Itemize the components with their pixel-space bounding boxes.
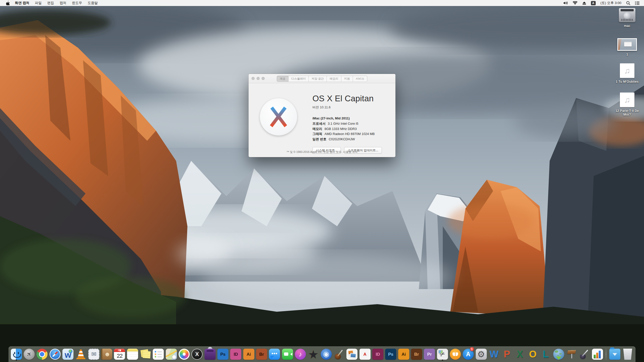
x-viewer-glyph: X — [195, 351, 199, 357]
dock-item-photoshop-cs6[interactable]: Ps — [217, 348, 228, 361]
dock-item-acrobat[interactable]: A — [359, 348, 371, 361]
audio-file-icon[interactable]: ♫ — [620, 63, 634, 78]
dock-item-itunes[interactable]: ♪ — [295, 348, 306, 361]
illustrator-cs5-icon: Ai — [398, 349, 409, 360]
dock-item-maps[interactable] — [166, 348, 177, 361]
dock-item-launchpad[interactable]: ✈ — [23, 348, 35, 361]
dock-item-excel[interactable]: X — [514, 348, 526, 361]
site-downloader-icon — [553, 349, 564, 360]
dock-item-finder[interactable] — [11, 348, 22, 361]
hard-drive-icon[interactable] — [619, 8, 635, 22]
dock-item-stickies[interactable] — [140, 348, 151, 361]
menu-화면 캡처[interactable]: 화면 캡처 — [12, 0, 32, 6]
dock-item-facetime[interactable] — [282, 348, 293, 361]
menu-윈도우[interactable]: 윈도우 — [69, 0, 85, 6]
dock-item-illustrator-cs6[interactable]: Ai — [243, 348, 254, 361]
dock-item-x-viewer[interactable]: X — [191, 348, 203, 361]
eject-icon[interactable] — [580, 0, 588, 6]
calendar-day: 22 — [114, 352, 125, 360]
dock-item-word[interactable]: W — [488, 348, 500, 361]
audio-file-icon[interactable]: ♫ — [620, 93, 634, 107]
indesign-cs6-icon: ID — [230, 349, 241, 360]
imovie-icon: ★ — [308, 349, 319, 360]
powerpoint-icon: P — [501, 349, 512, 360]
dock-item-app-store[interactable]: A1 — [463, 348, 474, 361]
dock-item-illustrator-cs5[interactable]: Ai — [398, 348, 409, 361]
dock-item-grab-screen-capture[interactable]: ✂ — [437, 348, 448, 361]
tab-메모리[interactable]: 메모리 — [327, 76, 341, 82]
tab-서비스[interactable]: 서비스 — [353, 76, 367, 82]
dock-item-indesign-cs6[interactable]: ID — [230, 348, 242, 361]
outlook-glyph: O — [529, 349, 537, 359]
dock-item-notes[interactable] — [127, 348, 138, 361]
dock-item-premiere[interactable]: Pr — [424, 348, 435, 361]
dock-item-chrome[interactable] — [36, 348, 48, 361]
grab-screen-capture-icon: ✂ — [437, 349, 448, 360]
dock-item-indesign-cs5[interactable]: ID — [372, 348, 383, 361]
about-this-mac-window[interactable]: 개요디스플레이저장 공간메모리지원서비스 OS X El Capitan — [249, 74, 395, 157]
menu-캡처[interactable]: 캡처 — [57, 0, 69, 6]
dock-item-photos[interactable] — [178, 348, 190, 361]
dock-separator — [606, 348, 606, 360]
dock-item-garageband[interactable] — [333, 348, 345, 361]
apple-menu[interactable] — [3, 0, 12, 6]
notification-center-icon[interactable] — [633, 0, 641, 6]
menu-도움말[interactable]: 도움말 — [85, 0, 101, 6]
wifi-icon[interactable] — [571, 0, 579, 6]
about-tabbar: 개요디스플레이저장 공간메모리지원서비스 — [277, 76, 368, 82]
dock-item-messages[interactable]: ••• — [269, 348, 280, 361]
dock-item-vlc[interactable] — [75, 348, 87, 361]
copyright-footer: ™ 및 © 1983-2016 Apple Inc. 모든 권리 보유. 사용권… — [249, 150, 395, 154]
spotlight-icon[interactable] — [624, 0, 632, 6]
desktop-icon-audio-file-12[interactable]: ♫12 Parle-T-Il De Moi? — [611, 93, 643, 116]
dock-item-lync[interactable]: L — [540, 348, 551, 361]
indesign-cs5-icon: ID — [372, 349, 383, 360]
tab-디스플레이[interactable]: 디스플레이 — [288, 76, 309, 82]
image-file-icon[interactable] — [617, 38, 637, 51]
menu-편집[interactable]: 편집 — [45, 0, 57, 6]
dock-item-toast[interactable] — [204, 348, 216, 361]
w-globe-app-glyph: w — [65, 350, 71, 359]
safari-icon — [50, 349, 61, 360]
desktop-icon-hdd-mac[interactable]: mac — [611, 8, 643, 28]
dock-item-bridge-cs5[interactable]: Br — [411, 348, 422, 361]
menu-clock[interactable]: (토) 오후 3:00 — [598, 1, 623, 5]
contacts-glyph: ☻ — [104, 351, 110, 357]
dock-item-safari[interactable] — [49, 348, 61, 361]
desktop-icon-image-file-1[interactable]: 1 — [611, 38, 643, 56]
dock-item-ibooks[interactable] — [450, 348, 461, 361]
messages-glyph: ••• — [271, 351, 277, 356]
dock-item-imovie[interactable]: ★ — [308, 348, 319, 361]
dock-item-mail[interactable]: ✉ — [88, 348, 99, 361]
dock-item-downloads-folder[interactable] — [609, 348, 620, 361]
window-titlebar[interactable]: 개요디스플레이저장 공간메모리지원서비스 — [249, 74, 395, 83]
osx-logo-icon — [260, 98, 297, 135]
tab-저장 공간[interactable]: 저장 공간 — [308, 76, 327, 82]
indesign-cs5-glyph: ID — [376, 352, 380, 356]
dock-item-contacts[interactable]: ☻ — [101, 348, 112, 361]
dock-item-system-preferences[interactable]: ⚙ — [475, 348, 487, 361]
tab-개요[interactable]: 개요 — [277, 76, 288, 82]
desktop-icon-label: 1 Tu M'Oublies — [616, 80, 639, 83]
dock-item-keynote[interactable] — [566, 348, 577, 361]
dock-item-photoshop-cs5[interactable]: Ps — [385, 348, 396, 361]
dock-item-trash[interactable] — [622, 348, 633, 361]
dock-item-iphoto[interactable] — [346, 348, 358, 361]
input-source-menu[interactable]: A — [589, 0, 597, 6]
dock-item-pages[interactable] — [579, 348, 590, 361]
dock-item-calendar[interactable]: 2월22 — [114, 348, 125, 361]
dock-item-reminders[interactable] — [153, 348, 164, 361]
menu-파일[interactable]: 파일 — [32, 0, 45, 6]
dock-item-bridge-cs6[interactable]: Br — [256, 348, 267, 361]
desktop-icon-audio-file-1[interactable]: ♫1 Tu M'Oublies — [611, 63, 643, 83]
dock-item-numbers[interactable] — [592, 348, 603, 361]
mail-icon: ✉ — [88, 349, 99, 360]
bridge-cs6-icon: Br — [256, 349, 267, 360]
volume-icon[interactable] — [561, 0, 570, 6]
dock-item-site-downloader[interactable] — [553, 348, 564, 361]
dock-item-outlook[interactable]: O — [527, 348, 538, 361]
dock-item-powerpoint[interactable]: P — [501, 348, 513, 361]
tab-지원[interactable]: 지원 — [341, 76, 353, 82]
dock-item-idvd[interactable]: ◉ — [320, 348, 332, 361]
dock-item-w-globe-app[interactable]: w — [62, 348, 73, 361]
